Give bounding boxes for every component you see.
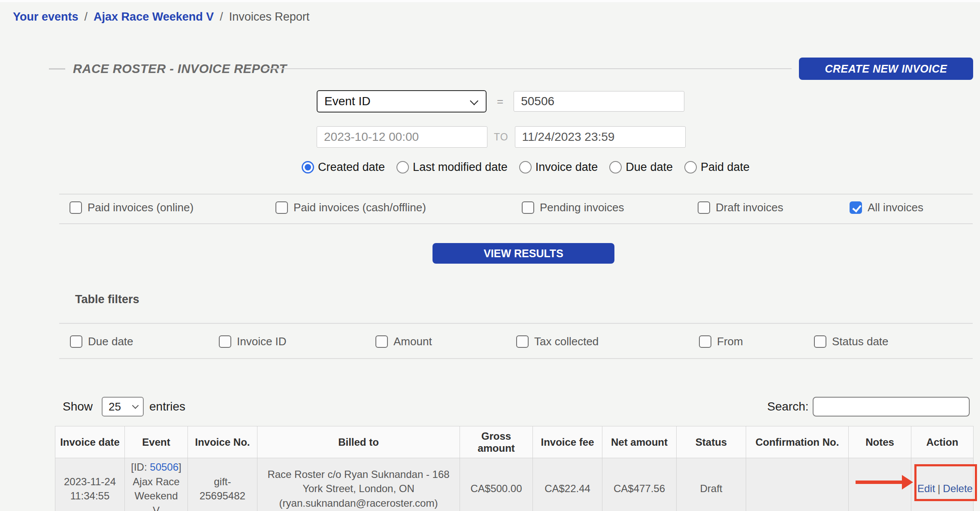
checkbox-label: Paid invoices (online): [88, 201, 194, 214]
event-name: Ajax Race Weekend V: [133, 476, 179, 511]
checkbox-icon: [814, 335, 826, 348]
equals-sign: =: [497, 95, 503, 108]
divider: [59, 323, 973, 324]
breadcrumb: Your events / Ajax Race Weekend V / Invo…: [13, 10, 309, 24]
status-checkbox[interactable]: Draft invoices: [698, 201, 783, 214]
section-header: RACE ROSTER - INVOICE REPORT CREATE NEW …: [0, 58, 980, 80]
date-type-radio[interactable]: Invoice date: [519, 161, 598, 174]
checkbox-label: Draft invoices: [716, 201, 783, 214]
checkbox-label: Pending invoices: [540, 201, 624, 214]
column-header: Status: [677, 426, 746, 458]
checkbox-icon: [516, 335, 529, 348]
checkbox-icon: [219, 335, 231, 348]
invoice-table: Invoice dateEventInvoice No.Billed toGro…: [55, 426, 974, 511]
column-header: Action: [911, 426, 974, 458]
table-filter-checkbox[interactable]: From: [699, 335, 743, 348]
checkbox-label: Amount: [393, 335, 432, 348]
table-filter-checkbox[interactable]: Tax collected: [516, 335, 599, 348]
field-filter-row: Event ID =: [317, 90, 684, 113]
checkbox-icon: [275, 201, 288, 214]
radio-icon: [684, 161, 697, 173]
field-select[interactable]: Event ID: [317, 90, 487, 113]
search-label: Search:: [767, 396, 809, 417]
page-size-select[interactable]: 25: [102, 397, 144, 417]
field-value-input[interactable]: [514, 91, 684, 112]
breadcrumb-your-events[interactable]: Your events: [13, 10, 79, 24]
confirmation-no-cell: [746, 458, 849, 511]
radio-icon: [519, 161, 532, 173]
checkbox-label: Due date: [88, 335, 133, 348]
create-new-invoice-button[interactable]: CREATE NEW INVOICE: [799, 58, 973, 80]
event-id-prefix: [ID:: [131, 461, 150, 473]
column-header: Billed to: [257, 426, 460, 458]
radio-label: Last modified date: [413, 161, 508, 174]
table-filter-checkbox[interactable]: Amount: [375, 335, 432, 348]
legend-line-left: [49, 68, 65, 70]
page-size-value: 25: [109, 400, 121, 414]
table-filter-checkbox[interactable]: Due date: [70, 335, 133, 348]
invoice-no-cell: gift-25695482: [188, 458, 257, 511]
show-label: Show: [63, 396, 93, 417]
radio-icon: [396, 161, 409, 173]
checkbox-icon: [850, 201, 862, 214]
table-filter-checkbox[interactable]: Status date: [814, 335, 889, 348]
checkbox-icon: [70, 335, 82, 348]
checkbox-label: All invoices: [868, 201, 923, 214]
breadcrumb-event-name[interactable]: Ajax Race Weekend V: [94, 10, 214, 24]
invoice-fee-cell: CA$22.44: [533, 458, 602, 511]
status-cell: Draft: [677, 458, 746, 511]
invoice-report-page: Your events / Ajax Race Weekend V / Invo…: [0, 0, 980, 511]
column-header: Invoice No.: [188, 426, 257, 458]
date-to-input[interactable]: [515, 126, 686, 148]
status-checkbox[interactable]: Pending invoices: [522, 201, 624, 214]
divider: [59, 358, 973, 359]
checkbox-label: Tax collected: [534, 335, 599, 348]
date-range-row: TO: [317, 126, 686, 148]
table-filter-checkbox[interactable]: Invoice ID: [219, 335, 287, 348]
date-type-radio[interactable]: Created date: [302, 161, 385, 174]
column-header: Event: [125, 426, 188, 458]
billed-to-cell: Race Roster c/o Ryan Suknandan - 168 Yor…: [257, 458, 460, 511]
column-header: Net amount: [602, 426, 677, 458]
event-cell: [ID: 50506] Ajax Race Weekend V: [125, 458, 188, 511]
column-header: Invoice date: [55, 426, 125, 458]
checkbox-icon: [522, 201, 534, 214]
status-checkbox[interactable]: All invoices: [850, 201, 923, 214]
event-id-suffix: ]: [178, 461, 181, 473]
search-input[interactable]: [813, 397, 970, 417]
view-results-button[interactable]: VIEW RESULTS: [433, 243, 614, 264]
date-type-radio-group: Created date Last modified date Invoice …: [302, 160, 750, 174]
breadcrumb-separator: /: [220, 10, 223, 24]
status-checkbox[interactable]: Paid invoices (online): [70, 201, 194, 214]
checkbox-icon: [699, 335, 711, 348]
checkbox-label: Paid invoices (cash/offline): [293, 201, 426, 214]
checkbox-label: From: [717, 335, 743, 348]
gross-amount-cell: CA$500.00: [460, 458, 533, 511]
invoice-table-header-row: Invoice dateEventInvoice No.Billed toGro…: [55, 426, 974, 458]
status-checkbox[interactable]: Paid invoices (cash/offline): [275, 201, 426, 214]
date-type-radio[interactable]: Paid date: [684, 161, 750, 174]
checkbox-icon: [70, 201, 82, 214]
checkbox-icon: [698, 201, 710, 214]
divider: [59, 194, 973, 195]
table-filters-checkbox-group: Due date Invoice ID Amount Tax collected…: [0, 335, 980, 350]
invoice-status-checkbox-group: Paid invoices (online) Paid invoices (ca…: [0, 201, 980, 216]
date-type-radio[interactable]: Due date: [609, 161, 673, 174]
to-label: TO: [494, 131, 508, 143]
event-id-link[interactable]: 50506: [150, 461, 178, 473]
net-amount-cell: CA$477.56: [602, 458, 677, 511]
checkbox-icon: [375, 335, 388, 348]
date-type-radio[interactable]: Last modified date: [396, 161, 508, 174]
chevron-down-icon: [132, 402, 139, 409]
column-header: Gross amount: [460, 426, 533, 458]
column-header: Invoice fee: [533, 426, 602, 458]
top-strip: [0, 0, 980, 2]
invoice-date-cell: 2023-11-24 11:34:55: [55, 458, 125, 511]
checkbox-label: Invoice ID: [237, 335, 287, 348]
radio-label: Created date: [318, 161, 385, 174]
date-from-input[interactable]: [317, 126, 487, 148]
radio-label: Paid date: [701, 161, 750, 174]
field-select-value: Event ID: [324, 94, 370, 108]
annotation-arrow: [856, 481, 904, 484]
breadcrumb-current-page: Invoices Report: [229, 10, 310, 24]
